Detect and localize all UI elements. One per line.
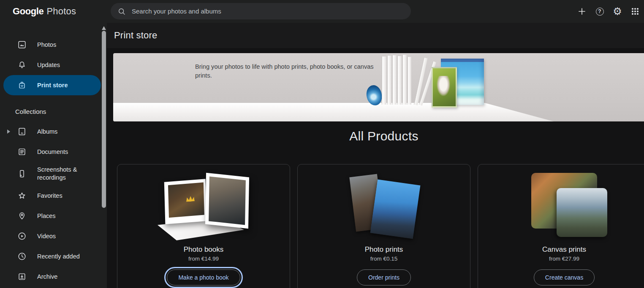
- product-price: from €27.99: [478, 256, 644, 262]
- order-prints-button[interactable]: Order prints: [357, 269, 411, 285]
- sidebar-item-label: Places: [37, 212, 56, 220]
- top-app-bar: Google Photos ? ⚙: [0, 0, 644, 23]
- photos-icon: [17, 40, 27, 50]
- search-icon: [117, 7, 126, 16]
- sidebar-item-favorites[interactable]: Favorites: [0, 186, 107, 206]
- sidebar-item-videos[interactable]: Videos: [0, 226, 107, 246]
- place-pin-icon: [17, 211, 27, 221]
- product-card-canvas-prints: Canvas prints from €27.99 Create canvas: [478, 164, 644, 288]
- album-icon: [17, 127, 27, 137]
- help-icon[interactable]: ?: [593, 5, 606, 18]
- chevron-right-icon[interactable]: [7, 129, 10, 134]
- sidebar-item-label: Print store: [37, 81, 68, 89]
- product-card-photo-prints: Photo prints from €0.15 Order prints: [297, 164, 470, 288]
- sidebar-item-label: Archive: [37, 273, 57, 281]
- plus-icon[interactable]: [576, 5, 588, 18]
- scroll-up-arrow-icon[interactable]: [102, 26, 106, 30]
- search-input[interactable]: [132, 8, 404, 15]
- star-icon: [17, 191, 27, 201]
- product-card-photo-books: Photo books from €14.99 Make a photo boo…: [117, 164, 290, 288]
- sidebar-item-label: Photos: [37, 41, 56, 49]
- settings-gear-icon[interactable]: ⚙: [611, 5, 624, 18]
- sidebar-scrollbar[interactable]: [102, 31, 106, 208]
- sidebar-item-recently-added[interactable]: Recently added: [0, 246, 107, 266]
- sidebar-item-label: Documents: [37, 148, 68, 156]
- sidebar-item-label: Favorites: [37, 192, 62, 200]
- page-title: Print store: [107, 23, 644, 41]
- banner-photo-book: [402, 55, 407, 105]
- content-header: Print store: [107, 23, 644, 48]
- document-icon: [17, 147, 27, 157]
- collections-heading: Collections: [0, 101, 107, 121]
- brand-photos: Photos: [46, 6, 76, 17]
- sidebar-item-archive[interactable]: Archive: [0, 266, 107, 287]
- print-store-banner: Bring your photos to life with photo pri…: [113, 53, 644, 121]
- shopping-bag-icon: [17, 80, 27, 90]
- sidebar-nav: Photos Updates Print store Collections: [0, 23, 107, 288]
- sidebar-item-label: Updates: [37, 61, 60, 69]
- sidebar-item-label: Videos: [37, 232, 56, 240]
- sidebar-item-albums[interactable]: Albums: [0, 121, 107, 142]
- banner-photo-book: [397, 56, 402, 105]
- brand-google: Google: [13, 6, 43, 17]
- sidebar-item-documents[interactable]: Documents: [0, 142, 107, 162]
- bell-icon: [17, 60, 27, 70]
- banner-photo-book: [387, 56, 391, 105]
- sidebar-item-places[interactable]: Places: [0, 206, 107, 226]
- topbar-actions: ? ⚙: [576, 0, 641, 23]
- product-name: Canvas prints: [478, 245, 644, 254]
- banner-photo-book: [408, 57, 411, 105]
- product-price: from €14.99: [117, 256, 290, 262]
- make-photo-book-button[interactable]: Make a photo book: [167, 269, 240, 285]
- sidebar-item-photos[interactable]: Photos: [0, 35, 107, 55]
- banner-photo-book: [392, 55, 397, 105]
- clock-icon: [17, 251, 27, 261]
- banner-dog-photo-print: [432, 67, 457, 108]
- sidebar-item-label: Albums: [37, 128, 57, 136]
- google-photos-app: Google Photos ? ⚙: [0, 0, 644, 288]
- banner-shelf: [113, 103, 644, 121]
- play-circle-icon: [17, 231, 27, 241]
- sidebar-item-screenshots[interactable]: Screenshots & recordings: [0, 162, 107, 186]
- sidebar-item-updates[interactable]: Updates: [0, 55, 107, 75]
- phone-icon: [17, 169, 27, 179]
- archive-icon: [17, 272, 27, 282]
- search-bar[interactable]: [111, 3, 411, 19]
- product-name: Photo prints: [298, 245, 470, 254]
- sidebar-item-print-store[interactable]: Print store: [3, 75, 101, 95]
- sidebar-item-label: Screenshots & recordings: [37, 166, 101, 182]
- product-cards-row: Photo books from €14.99 Make a photo boo…: [117, 164, 644, 288]
- apps-grid-icon[interactable]: [629, 5, 641, 18]
- google-photos-logo[interactable]: Google Photos: [13, 0, 76, 23]
- sidebar-item-label: Recently added: [37, 253, 80, 261]
- main-content: Print store Bring your photos to life wi…: [107, 23, 644, 288]
- product-name: Photo books: [117, 245, 290, 254]
- banner-text: Bring your photos to life with photo pri…: [195, 62, 384, 80]
- create-canvas-button[interactable]: Create canvas: [534, 269, 595, 285]
- product-price: from €0.15: [298, 256, 470, 262]
- all-products-heading: All Products: [117, 129, 644, 143]
